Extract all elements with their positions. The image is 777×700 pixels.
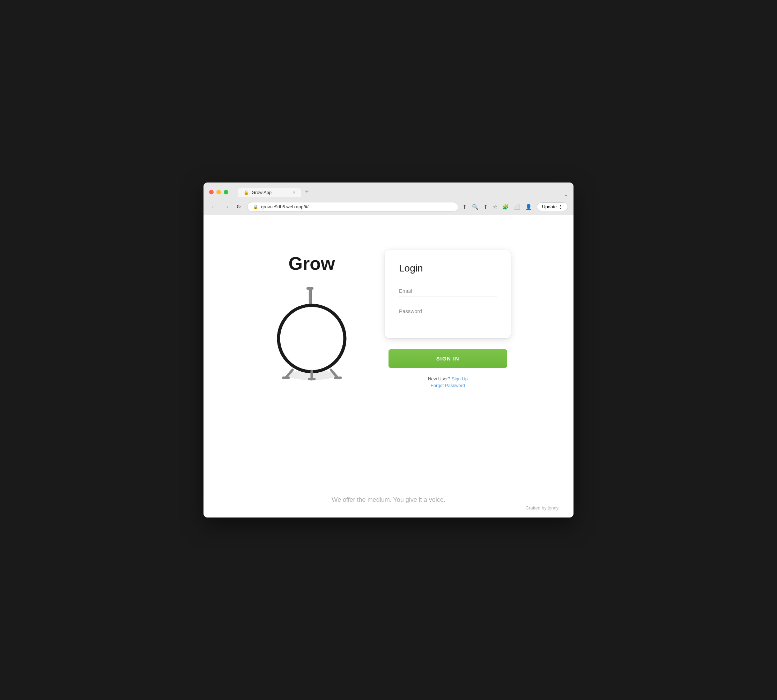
tagline: We offer the medium. You give it a voice… xyxy=(332,482,445,503)
tab-bar: 🔒 Grow App × + ⌄ xyxy=(238,187,568,197)
minimize-button[interactable] xyxy=(217,190,221,194)
login-title: Login xyxy=(399,263,497,274)
app-title: Grow xyxy=(288,253,335,274)
address-bar: ← → ↻ 🔒 grow-e9db5.web.app/#/ ⬆ 🔍 ⬆ ☆ 🧩 … xyxy=(203,200,574,215)
bookmark-icon[interactable]: ☆ xyxy=(493,204,497,210)
forgot-password-link[interactable]: Forgot Password xyxy=(428,383,468,388)
tab-close-icon[interactable]: × xyxy=(293,190,295,195)
extensions-icon[interactable]: 🧩 xyxy=(502,204,509,210)
traffic-lights xyxy=(209,190,228,194)
main-area: Grow xyxy=(224,250,553,388)
sign-in-button[interactable]: SIGN IN xyxy=(388,349,507,368)
password-input[interactable] xyxy=(399,305,497,317)
toolbar-icons: ⬆ 🔍 ⬆ ☆ 🧩 ⬜ 👤 Update ⋮ xyxy=(462,202,568,211)
sign-up-link[interactable]: Sign Up xyxy=(452,376,468,382)
svg-rect-8 xyxy=(308,378,315,380)
forward-button[interactable]: → xyxy=(222,203,232,211)
svg-rect-7 xyxy=(334,377,342,379)
password-field-container xyxy=(399,305,497,317)
tab-chevron-icon[interactable]: ⌄ xyxy=(564,192,568,197)
nav-buttons: ← → ↻ xyxy=(209,203,243,211)
maximize-button[interactable] xyxy=(224,190,228,194)
browser-window: 🔒 Grow App × + ⌄ ← → ↻ 🔒 grow-e9db5.web.… xyxy=(203,183,574,517)
crafted-by: Crafted by jonny. xyxy=(526,505,560,510)
globe-illustration xyxy=(266,281,357,386)
reload-button[interactable]: ↻ xyxy=(234,203,243,211)
url-bar[interactable]: 🔒 grow-e9db5.web.app/#/ xyxy=(247,202,458,212)
close-button[interactable] xyxy=(209,190,213,194)
new-user-text: New User? xyxy=(428,376,450,382)
active-tab[interactable]: 🔒 Grow App × xyxy=(238,188,301,197)
update-menu-icon: ⋮ xyxy=(558,204,563,209)
auth-links: New User? Sign Up Forgot Password xyxy=(428,376,468,388)
share-icon[interactable]: ⬆ xyxy=(484,204,488,210)
url-text: grow-e9db5.web.app/#/ xyxy=(261,204,308,209)
sidebar-icon[interactable]: ⬜ xyxy=(514,204,520,210)
email-input[interactable] xyxy=(399,285,497,297)
page-content: Grow xyxy=(203,215,574,517)
search-icon[interactable]: 🔍 xyxy=(472,204,479,210)
email-field-container xyxy=(399,285,497,297)
title-bar: 🔒 Grow App × + ⌄ xyxy=(203,183,574,200)
svg-rect-6 xyxy=(282,377,290,379)
svg-point-1 xyxy=(278,305,345,372)
login-section: Login SIGN IN New User? Sign Up Forgot P… xyxy=(385,250,511,388)
upload-icon[interactable]: ⬆ xyxy=(462,204,467,210)
update-button[interactable]: Update ⋮ xyxy=(537,202,568,211)
tab-favicon: 🔒 xyxy=(243,190,249,195)
login-card: Login xyxy=(385,250,511,338)
url-lock-icon: 🔒 xyxy=(253,205,258,209)
browser-chrome: 🔒 Grow App × + ⌄ ← → ↻ 🔒 grow-e9db5.web.… xyxy=(203,183,574,215)
new-tab-button[interactable]: + xyxy=(301,187,313,197)
back-button[interactable]: ← xyxy=(209,203,219,211)
update-label: Update xyxy=(542,204,557,209)
svg-rect-9 xyxy=(307,287,313,290)
profile-icon[interactable]: 👤 xyxy=(525,204,532,210)
tab-title: Grow App xyxy=(252,190,272,195)
logo-area: Grow xyxy=(266,253,357,386)
